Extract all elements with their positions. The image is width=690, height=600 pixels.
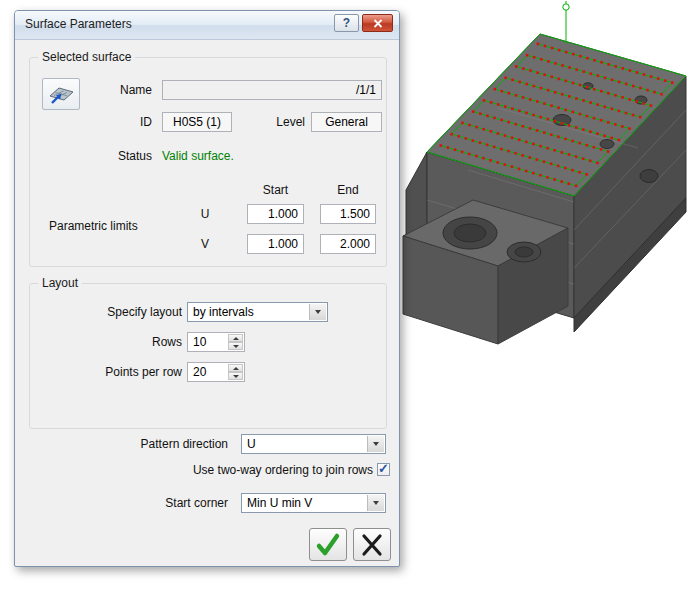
pattern-direction-select[interactable]: U (241, 434, 386, 454)
model-viewport[interactable] (398, 0, 690, 360)
u-end-field[interactable]: 1.500 (320, 204, 376, 224)
pattern-direction-value: U (247, 435, 256, 453)
checkmark-icon (314, 532, 342, 558)
chevron-down-icon (367, 436, 384, 452)
name-field[interactable]: /1/1 (162, 80, 382, 100)
chevron-down-icon (309, 304, 326, 320)
layout-group: Layout Specify layout by intervals Rows … (29, 283, 387, 429)
specify-layout-select[interactable]: by intervals (187, 302, 328, 322)
parametric-limits-label: Parametric limits (49, 216, 159, 236)
level-field[interactable]: General (311, 112, 382, 132)
start-corner-value: Min U min V (247, 494, 312, 512)
selected-surface-group: Selected surface Name /1/1 ID H0S5 (1) L… (29, 57, 387, 267)
name-label: Name (60, 80, 152, 100)
status-value: Valid surface. (162, 146, 234, 166)
two-way-label: Use two-way ordering to join rows (115, 461, 373, 479)
v-label: V (190, 234, 220, 254)
chevron-down-icon (367, 495, 384, 511)
rows-down-icon[interactable] (228, 342, 243, 350)
two-way-checkbox-glyph: ✓ (378, 461, 389, 476)
points-per-row-value: 20 (193, 363, 206, 381)
rows-value: 10 (193, 333, 206, 351)
selected-surface-group-label: Selected surface (38, 50, 135, 64)
two-way-checkbox[interactable]: ✓ (377, 463, 390, 476)
status-label: Status (60, 146, 152, 166)
id-label: ID (60, 112, 152, 132)
v-end-field[interactable]: 2.000 (320, 234, 376, 254)
specify-layout-label: Specify layout (30, 302, 182, 322)
close-icon (373, 19, 383, 28)
close-button[interactable] (362, 14, 393, 32)
help-button[interactable]: ? (334, 14, 359, 32)
v-start-field[interactable]: 1.000 (247, 234, 304, 254)
points-per-row-label: Points per row (30, 362, 182, 382)
u-start-field[interactable]: 1.000 (247, 204, 304, 224)
surface-parameters-dialog: Surface Parameters ? Selected surface Na… (14, 10, 400, 567)
start-header: Start (247, 180, 304, 200)
rows-up-icon[interactable] (228, 334, 243, 342)
application-window: Surface Parameters ? Selected surface Na… (0, 0, 690, 600)
rows-label: Rows (30, 332, 182, 352)
start-corner-label: Start corner (15, 493, 228, 513)
cross-icon (359, 532, 385, 558)
rows-stepper[interactable]: 10 (187, 332, 245, 352)
ok-button[interactable] (309, 528, 347, 561)
id-field[interactable]: H0S5 (1) (162, 112, 232, 132)
cancel-button[interactable] (353, 528, 391, 561)
points-per-row-stepper[interactable]: 20 (187, 362, 245, 382)
layout-group-label: Layout (38, 276, 82, 290)
u-label: U (190, 204, 220, 224)
pattern-direction-label: Pattern direction (15, 434, 228, 454)
specify-layout-value: by intervals (193, 303, 254, 321)
points-up-icon[interactable] (228, 364, 243, 372)
points-down-icon[interactable] (228, 372, 243, 380)
dialog-titlebar[interactable]: Surface Parameters ? (15, 11, 399, 40)
start-corner-select[interactable]: Min U min V (241, 493, 386, 513)
model-body (403, 34, 686, 344)
datum-pin-icon (563, 1, 569, 44)
help-icon: ? (343, 16, 350, 30)
dialog-title: Surface Parameters (25, 11, 132, 38)
end-header: End (320, 180, 376, 200)
level-label: Level (230, 112, 305, 132)
model-3d-render (398, 0, 690, 360)
